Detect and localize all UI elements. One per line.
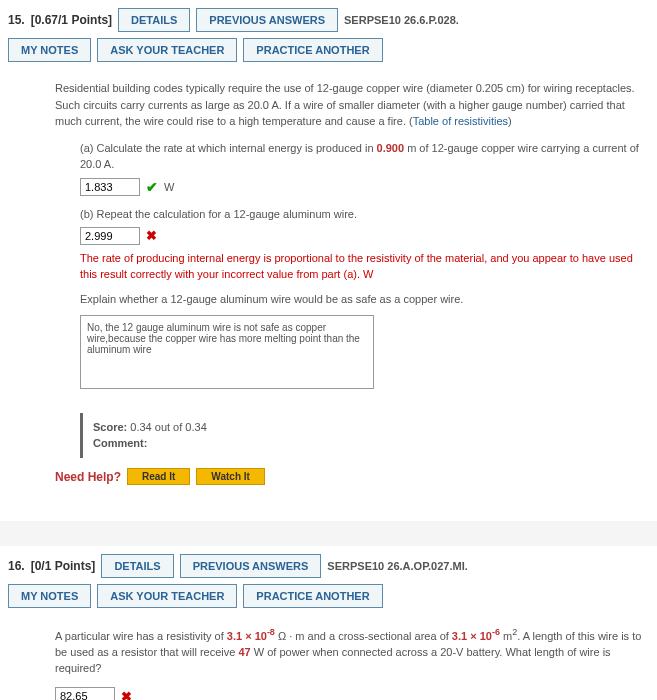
my-notes-button[interactable]: MY NOTES: [8, 584, 91, 608]
cross-icon: ✖: [121, 687, 132, 700]
part-a-input[interactable]: [80, 178, 140, 196]
score-box: Score: 0.34 out of 0.34 Comment:: [80, 413, 649, 458]
details-button[interactable]: DETAILS: [101, 554, 173, 578]
previous-answers-button[interactable]: PREVIOUS ANSWERS: [196, 8, 338, 32]
ask-teacher-button[interactable]: ASK YOUR TEACHER: [97, 584, 237, 608]
check-icon: ✔: [146, 177, 158, 198]
answer-row: ✖: [55, 687, 649, 700]
resistivity-exp: -8: [267, 627, 275, 637]
question-intro: Residential building codes typically req…: [55, 80, 649, 130]
power-value: 47: [238, 646, 250, 658]
details-button[interactable]: DETAILS: [118, 8, 190, 32]
points: [0.67/1 Points]: [31, 13, 112, 27]
given-length: 0.900: [377, 142, 405, 154]
question-number: 16.: [8, 559, 25, 573]
part-b-feedback: The rate of producing internal energy is…: [80, 250, 649, 283]
practice-another-button[interactable]: PRACTICE ANOTHER: [243, 584, 382, 608]
part-b-label: (b) Repeat the calculation for a 12-gaug…: [80, 206, 649, 223]
resistivities-link[interactable]: Table of resistivities: [413, 115, 508, 127]
practice-another-button[interactable]: PRACTICE ANOTHER: [243, 38, 382, 62]
source-ref: SERPSE10 26.6.P.028.: [344, 14, 459, 26]
part-c-label: Explain whether a 12-gauge aluminum wire…: [80, 291, 649, 308]
question-header: 16. [0/1 Points] DETAILS PREVIOUS ANSWER…: [0, 546, 657, 618]
part-b-answer-row: ✖: [80, 226, 649, 246]
points: [0/1 Points]: [31, 559, 96, 573]
score-label: Score:: [93, 421, 127, 433]
part-a-label: (a) Calculate the rate at which internal…: [80, 140, 649, 173]
part-b-input[interactable]: [80, 227, 140, 245]
question-text: A particular wire has a resistivity of 3…: [55, 626, 649, 677]
my-notes-button[interactable]: MY NOTES: [8, 38, 91, 62]
part-a-unit: W: [164, 179, 174, 196]
comment-label: Comment:: [93, 437, 147, 449]
separator: [0, 521, 657, 546]
part-c-textarea[interactable]: [80, 315, 374, 389]
part-a-answer-row: ✔ W: [80, 177, 649, 198]
need-help-label: Need Help?: [55, 468, 121, 486]
question-number: 15.: [8, 13, 25, 27]
question-body: A particular wire has a resistivity of 3…: [0, 618, 657, 701]
question-16: 16. [0/1 Points] DETAILS PREVIOUS ANSWER…: [0, 546, 657, 701]
resistivity-coeff: 3.1: [227, 629, 242, 641]
score-value: 0.34 out of 0.34: [127, 421, 207, 433]
question-15: 15. [0.67/1 Points] DETAILS PREVIOUS ANS…: [0, 0, 657, 521]
question-body: Residential building codes typically req…: [0, 72, 657, 501]
ask-teacher-button[interactable]: ASK YOUR TEACHER: [97, 38, 237, 62]
watch-it-button[interactable]: Watch It: [196, 468, 265, 485]
question-header: 15. [0.67/1 Points] DETAILS PREVIOUS ANS…: [0, 0, 657, 72]
area-coeff: 3.1: [452, 629, 467, 641]
area-exp: -6: [492, 627, 500, 637]
answer-input[interactable]: [55, 687, 115, 700]
source-ref: SERPSE10 26.A.OP.027.MI.: [327, 560, 467, 572]
read-it-button[interactable]: Read It: [127, 468, 190, 485]
need-help-row: Need Help? Read It Watch It: [55, 468, 649, 486]
previous-answers-button[interactable]: PREVIOUS ANSWERS: [180, 554, 322, 578]
cross-icon: ✖: [146, 226, 157, 246]
